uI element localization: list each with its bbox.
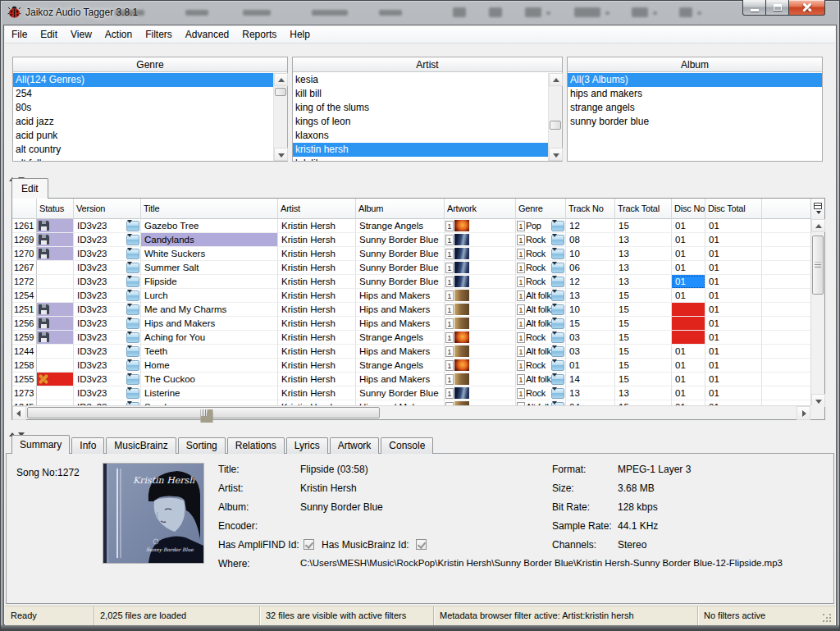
cell-disc-no[interactable]: 01 bbox=[672, 289, 705, 303]
dropdown-button[interactable] bbox=[126, 249, 139, 259]
cell-track-no[interactable]: 15 bbox=[566, 317, 615, 331]
cell-version[interactable]: ID3v23 bbox=[74, 317, 141, 331]
list-item[interactable]: alt folk bbox=[13, 157, 273, 161]
cell-title[interactable]: White Suckers bbox=[141, 247, 278, 261]
cell-artwork[interactable]: 1 bbox=[445, 303, 516, 317]
cell-disc-total[interactable]: 01 bbox=[705, 317, 762, 331]
cell-disc-total[interactable]: 01 bbox=[705, 345, 762, 359]
close-button[interactable] bbox=[788, 0, 825, 16]
cell-artist[interactable]: Kristin Hersh bbox=[278, 233, 356, 247]
cell-track-total[interactable]: 13 bbox=[615, 233, 672, 247]
tab-relations[interactable]: Relations bbox=[227, 437, 285, 454]
cell-album[interactable]: Sunny Border Blue bbox=[356, 247, 445, 261]
cell-status[interactable] bbox=[37, 386, 74, 400]
column-header-track_total[interactable]: Track Total bbox=[615, 199, 672, 219]
cell-version[interactable]: ID3v23 bbox=[74, 331, 141, 345]
menu-item-action[interactable]: Action bbox=[98, 26, 139, 43]
menu-item-view[interactable]: View bbox=[64, 26, 98, 43]
cell-row-number[interactable]: 1254 bbox=[12, 289, 37, 303]
cell-version[interactable]: ID3v23 bbox=[74, 345, 141, 359]
dropdown-button[interactable] bbox=[126, 263, 139, 273]
cell-title[interactable]: Hips and Makers bbox=[141, 317, 278, 331]
cell-disc-total[interactable]: 01 bbox=[705, 261, 762, 275]
artist-scrollbar[interactable] bbox=[548, 73, 562, 161]
cell-track-total[interactable]: 13 bbox=[615, 247, 672, 261]
cell-disc-total[interactable]: 01 bbox=[705, 331, 762, 345]
list-item[interactable]: kill bill bbox=[293, 87, 548, 101]
cell-track-no[interactable]: 12 bbox=[566, 275, 615, 289]
cell-disc-no[interactable]: 01 bbox=[672, 233, 705, 247]
cell-title[interactable]: Aching for You bbox=[141, 331, 278, 345]
column-header-status[interactable]: Status bbox=[37, 199, 74, 219]
list-item[interactable]: 254 bbox=[13, 87, 273, 101]
list-item[interactable]: strange angels bbox=[568, 101, 822, 115]
cell-album[interactable]: Strange Angels bbox=[356, 359, 445, 373]
cell-title[interactable]: Summer Salt bbox=[141, 261, 278, 275]
cell-track-no[interactable]: 03 bbox=[566, 345, 615, 359]
cell-track-total[interactable]: 15 bbox=[615, 317, 672, 331]
dropdown-button[interactable] bbox=[551, 249, 564, 259]
cell-genre[interactable]: 1Pop bbox=[516, 219, 566, 233]
dropdown-button[interactable] bbox=[551, 332, 564, 343]
cell-row-number[interactable]: 1272 bbox=[12, 275, 37, 289]
cell-genre[interactable]: 1Rock bbox=[516, 275, 566, 289]
tab-sorting[interactable]: Sorting bbox=[178, 437, 226, 454]
list-item[interactable]: acid punk bbox=[13, 129, 273, 143]
cell-title[interactable]: The Cuckoo bbox=[141, 373, 278, 386]
dropdown-button[interactable] bbox=[126, 304, 139, 315]
cell-track-no[interactable]: 08 bbox=[566, 233, 615, 247]
column-header-num[interactable] bbox=[12, 199, 37, 219]
cell-status[interactable] bbox=[37, 317, 74, 331]
cell-title[interactable]: Candylands bbox=[141, 233, 278, 247]
cell-genre[interactable]: 1Alt folk bbox=[516, 289, 566, 303]
dropdown-button[interactable] bbox=[551, 290, 564, 301]
cell-album[interactable]: Sunny Border Blue bbox=[356, 275, 445, 289]
scroll-up-icon[interactable] bbox=[549, 73, 563, 86]
cell-disc-total[interactable]: 01 bbox=[705, 303, 762, 317]
browser-editor-splitter[interactable] bbox=[9, 170, 30, 176]
cell-artwork[interactable]: 1 bbox=[445, 261, 516, 275]
cell-version[interactable]: ID3v23 bbox=[74, 289, 141, 303]
cell-track-no[interactable]: 03 bbox=[566, 331, 615, 345]
cell-track-total[interactable]: 15 bbox=[615, 331, 672, 345]
cell-artwork[interactable]: 1 bbox=[445, 331, 516, 345]
cell-status[interactable] bbox=[37, 275, 74, 289]
list-item[interactable]: kristin hersh bbox=[293, 143, 548, 157]
titlebar[interactable]: Jaikoz Audio Tagger 3.8.1 bbox=[0, 0, 840, 25]
cell-genre[interactable]: 1Rock bbox=[516, 261, 566, 275]
column-header-album[interactable]: Album bbox=[356, 199, 445, 219]
column-header-disc_total[interactable]: Disc Total bbox=[705, 199, 762, 219]
cell-disc-no[interactable]: 01 bbox=[672, 261, 705, 275]
cell-genre[interactable]: 1Rock bbox=[516, 386, 566, 400]
dropdown-button[interactable] bbox=[126, 360, 139, 371]
list-item[interactable]: king of the slums bbox=[293, 101, 548, 115]
cell-row-number[interactable]: 1244 bbox=[12, 345, 37, 359]
cell-genre[interactable]: 1Alt folk bbox=[516, 345, 566, 359]
scroll-up-icon[interactable] bbox=[811, 219, 825, 232]
cell-artist[interactable]: Kristin Hersh bbox=[278, 373, 356, 386]
tab-edit[interactable]: Edit bbox=[11, 178, 48, 199]
scrollbar-thumb[interactable] bbox=[812, 235, 824, 295]
column-header-genre[interactable]: Genre bbox=[516, 199, 566, 219]
dropdown-button[interactable] bbox=[551, 388, 564, 399]
column-header-artist[interactable]: Artist bbox=[278, 199, 356, 219]
cell-row-number[interactable]: 1256 bbox=[12, 317, 37, 331]
list-item[interactable]: acid jazz bbox=[13, 115, 273, 129]
list-item[interactable]: alt country bbox=[13, 143, 273, 157]
cell-status[interactable] bbox=[37, 289, 74, 303]
tab-console[interactable]: Console bbox=[381, 437, 433, 454]
cell-row-number[interactable]: 1259 bbox=[12, 331, 37, 345]
editor-detail-splitter[interactable] bbox=[9, 425, 30, 432]
list-item[interactable]: sunny border blue bbox=[568, 115, 822, 129]
dropdown-button[interactable] bbox=[551, 235, 564, 245]
menu-item-file[interactable]: File bbox=[5, 26, 34, 43]
cell-track-no[interactable]: 01 bbox=[566, 359, 615, 373]
cell-status[interactable] bbox=[37, 373, 74, 386]
cell-track-no[interactable]: 12 bbox=[566, 219, 615, 233]
dropdown-button[interactable] bbox=[126, 346, 139, 357]
cell-artwork[interactable]: 1 bbox=[445, 386, 516, 400]
cell-disc-no[interactable]: 01 bbox=[672, 359, 705, 373]
dropdown-button[interactable] bbox=[551, 304, 564, 315]
cell-title[interactable]: Lurch bbox=[141, 289, 278, 303]
cell-artwork[interactable]: 1 bbox=[445, 373, 516, 386]
